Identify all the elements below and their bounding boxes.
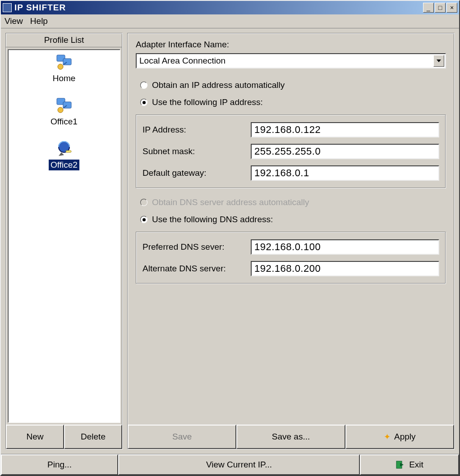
radio-icon xyxy=(140,216,147,223)
subnet-label: Subnet mask: xyxy=(143,146,251,156)
menu-help[interactable]: Help xyxy=(30,16,48,26)
window-title: IP SHIFTER xyxy=(14,3,422,13)
ip-address-input[interactable]: 192.168.0.122 xyxy=(251,122,439,137)
profile-label: Home xyxy=(51,73,78,84)
ip-groupbox: IP Address: 192.168.0.122 Subnet mask: 2… xyxy=(136,114,446,188)
network-icon xyxy=(55,97,73,114)
new-button[interactable]: New xyxy=(6,425,64,449)
preferred-dns-label: Preferred DNS sever: xyxy=(143,242,251,252)
exit-icon xyxy=(396,460,405,469)
radio-icon xyxy=(140,82,147,89)
svg-point-6 xyxy=(58,107,63,113)
apply-button[interactable]: ✦ Apply xyxy=(345,425,454,449)
view-ip-button[interactable]: View Current IP... xyxy=(118,454,360,475)
app-icon xyxy=(3,3,12,12)
sidebar: Profile List Home xyxy=(5,33,123,449)
profile-item-office2[interactable]: Office2 xyxy=(49,141,79,170)
ping-button[interactable]: Ping... xyxy=(1,454,118,475)
chevron-down-icon xyxy=(433,55,444,67)
profile-label: Office1 xyxy=(49,116,79,127)
radio-ip-auto[interactable]: Obtain an IP address automatically xyxy=(136,77,446,94)
radio-icon xyxy=(140,99,147,106)
save-button: Save xyxy=(128,425,236,449)
exit-button[interactable]: Exit xyxy=(360,454,459,475)
svg-rect-9 xyxy=(66,151,71,152)
svg-point-2 xyxy=(58,64,63,69)
app-window: IP SHIFTER _ □ × View Help Profile List … xyxy=(0,0,460,476)
radio-icon xyxy=(140,199,147,206)
dns-groupbox: Preferred DNS sever: 192.168.0.100 Alter… xyxy=(136,232,446,284)
profile-list: Home Office1 xyxy=(8,49,120,423)
adapter-label: Adapter Interface Name: xyxy=(136,40,446,50)
gateway-label: Default gateway: xyxy=(143,168,251,178)
sidebar-header: Profile List xyxy=(6,33,122,47)
menu-view[interactable]: View xyxy=(5,16,23,26)
titlebar: IP SHIFTER _ □ × xyxy=(1,1,459,14)
radio-dns-auto: Obtain DNS server address automatically xyxy=(136,194,446,211)
subnet-input[interactable]: 255.255.255.0 xyxy=(251,144,439,159)
radio-dns-manual[interactable]: Use the following DNS address: xyxy=(136,211,446,228)
minimize-button[interactable]: _ xyxy=(423,3,434,13)
preferred-dns-input[interactable]: 192.168.0.100 xyxy=(251,239,439,255)
save-as-button[interactable]: Save as... xyxy=(236,425,345,449)
ip-address-label: IP Address: xyxy=(143,125,251,135)
maximize-button[interactable]: □ xyxy=(435,3,446,13)
profile-label: Office2 xyxy=(49,160,79,170)
settings-panel: Adapter Interface Name: Local Area Conne… xyxy=(127,33,455,449)
delete-button[interactable]: Delete xyxy=(64,425,122,449)
alternate-dns-input[interactable]: 192.168.0.200 xyxy=(251,261,439,276)
network-icon xyxy=(55,54,73,70)
profile-item-home[interactable]: Home xyxy=(51,54,78,84)
alternate-dns-label: Alternate DNS server: xyxy=(143,264,251,274)
gateway-input[interactable]: 192.168.0.1 xyxy=(251,165,439,181)
bottom-bar: Ping... View Current IP... Exit xyxy=(1,454,459,475)
close-button[interactable]: × xyxy=(446,3,457,13)
profile-item-office1[interactable]: Office1 xyxy=(49,97,79,127)
network-selected-icon xyxy=(55,141,73,157)
menubar: View Help xyxy=(1,14,459,28)
adapter-value: Local Area Connection xyxy=(139,56,225,66)
radio-ip-manual[interactable]: Use the following IP address: xyxy=(136,94,446,111)
adapter-dropdown[interactable]: Local Area Connection xyxy=(136,53,446,69)
apply-icon: ✦ xyxy=(384,432,391,442)
